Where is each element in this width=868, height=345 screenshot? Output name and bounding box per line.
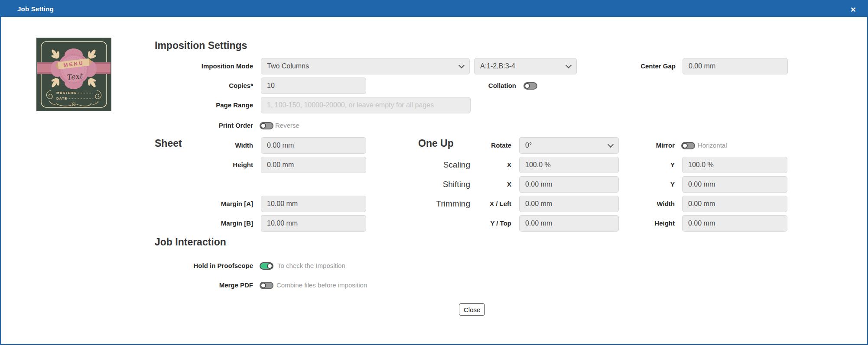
print-order-label: Print Order <box>132 117 253 134</box>
rotate-label: Rotate <box>433 137 511 154</box>
print-order-toggle[interactable] <box>260 122 273 129</box>
toggle-knob <box>260 283 266 288</box>
thumbnail-line2-text: DATE <box>56 97 67 100</box>
margin-b-input[interactable] <box>261 215 366 232</box>
close-button[interactable]: Close <box>459 303 485 316</box>
copies-label: Copies* <box>132 77 253 94</box>
scaling-x-label: X <box>433 157 511 173</box>
imposition-pattern-value: A:1-2,B:3-4 <box>480 62 515 70</box>
hold-in-proofscope-toggle[interactable] <box>260 262 273 270</box>
imposition-pattern-select[interactable]: A:1-2,B:3-4 <box>474 58 577 74</box>
shifting-y-input[interactable] <box>682 176 787 193</box>
hold-in-proofscope-label: Hold in Proofscope <box>132 258 253 274</box>
trimming-width-input[interactable] <box>682 196 787 212</box>
close-icon[interactable]: × <box>851 4 856 13</box>
chevron-down-icon <box>566 62 572 68</box>
trimming-height-label: Height <box>597 215 675 232</box>
collation-label: Collation <box>438 77 516 94</box>
center-gap-label: Center Gap <box>598 58 676 74</box>
thumbnail-script-text: Text <box>66 71 84 82</box>
scaling-y-label: Y <box>597 157 675 173</box>
dialog-titlebar: Job Setting × <box>1 1 867 17</box>
imposition-mode-select[interactable]: Two Columns <box>261 58 470 74</box>
mirror-toggle-text: Horizontal <box>698 137 727 154</box>
margin-b-label: Margin [B] <box>132 215 253 232</box>
collation-toggle[interactable] <box>523 82 537 90</box>
imposition-settings-heading: Imposition Settings <box>155 40 247 52</box>
thumbnail-line1-text: MASTERS <box>56 91 76 95</box>
center-gap-input[interactable] <box>683 58 788 74</box>
copies-input[interactable] <box>261 77 366 94</box>
mirror-toggle[interactable] <box>681 142 695 149</box>
trimming-x-left-label: X / Left <box>433 196 511 212</box>
imposition-mode-label: Imposition Mode <box>132 58 253 74</box>
trimming-height-input[interactable] <box>682 215 787 232</box>
scaling-y-input[interactable] <box>682 157 787 173</box>
trimming-width-label: Width <box>597 196 675 212</box>
page-range-input[interactable] <box>261 97 471 113</box>
shifting-y-label: Y <box>597 176 675 193</box>
sheet-width-input[interactable] <box>261 137 366 154</box>
job-preview-thumbnail: MENU Text MASTERS DATE <box>36 38 111 111</box>
merge-pdf-toggle-text: Combine files before imposition <box>276 277 367 293</box>
job-setting-dialog: Job Setting × <box>0 0 868 345</box>
margin-a-label: Margin [A] <box>132 196 253 212</box>
print-order-toggle-text: Reverse <box>275 117 299 134</box>
page-range-label: Page Range <box>132 97 253 113</box>
toggle-knob <box>524 83 530 89</box>
toggle-knob <box>260 123 266 129</box>
trimming-y-top-label: Y / Top <box>433 215 511 232</box>
toggle-knob <box>682 143 688 148</box>
sheet-height-label: Height <box>132 157 253 173</box>
sheet-width-label: Width <box>132 137 253 154</box>
chevron-down-icon <box>458 62 465 68</box>
imposition-mode-value: Two Columns <box>267 62 309 70</box>
merge-pdf-toggle[interactable] <box>260 282 273 289</box>
hold-in-proofscope-toggle-text: To check the Imposition <box>277 258 345 274</box>
shifting-x-label: X <box>433 176 511 193</box>
job-interaction-heading: Job Interaction <box>155 236 226 248</box>
sheet-height-input[interactable] <box>261 157 366 173</box>
toggle-knob <box>267 263 273 269</box>
margin-a-input[interactable] <box>261 196 366 212</box>
mirror-label: Mirror <box>597 137 675 154</box>
rotate-value: 0° <box>525 142 532 149</box>
merge-pdf-label: Merge PDF <box>132 277 253 293</box>
dialog-title: Job Setting <box>17 5 54 13</box>
